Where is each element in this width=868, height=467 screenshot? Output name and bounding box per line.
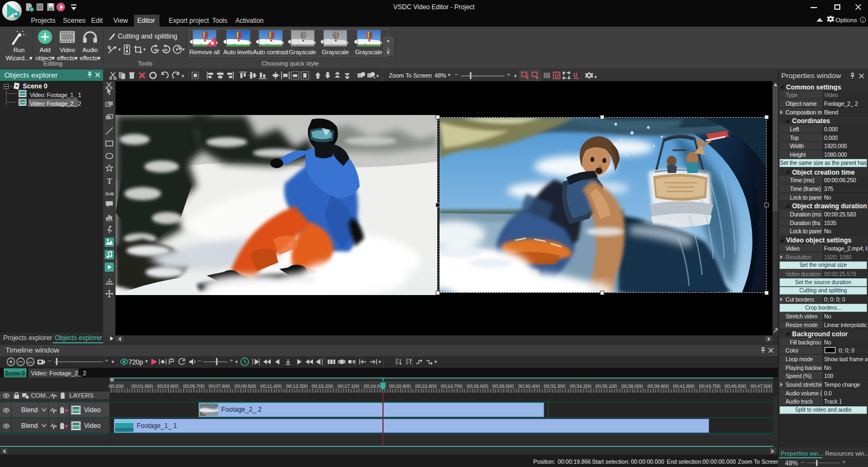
svg-text:U: U — [555, 73, 559, 79]
svg-text:90: 90 — [164, 48, 168, 52]
svg-text:100: 100 — [28, 361, 34, 364]
svg-text:U: U — [573, 72, 577, 78]
svg-text:T: T — [107, 177, 112, 185]
svg-text:SUB: SUB — [105, 191, 114, 196]
svg-text:90: 90 — [154, 48, 158, 52]
